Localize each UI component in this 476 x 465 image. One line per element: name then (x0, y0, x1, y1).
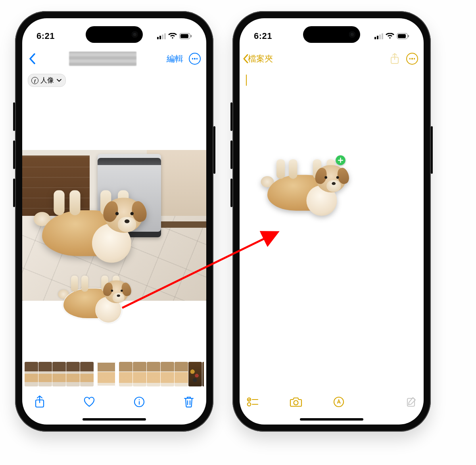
back-button[interactable]: 檔案夾 (243, 53, 273, 64)
wifi-icon (386, 33, 394, 39)
thumbnail[interactable] (52, 362, 66, 386)
thumbnail[interactable] (25, 362, 38, 386)
dynamic-island (86, 26, 143, 43)
iphone-frame-left: 6:21 編輯 f 人像 (15, 11, 213, 432)
note-editor[interactable] (240, 74, 424, 385)
aperture-icon: f (31, 77, 38, 84)
svg-point-12 (294, 401, 298, 405)
thumbnail[interactable] (80, 362, 94, 386)
status-time: 6:21 (36, 31, 55, 41)
status-indicators (374, 33, 409, 39)
portrait-filter-label: 人像 (40, 76, 54, 85)
thumbnail[interactable] (147, 362, 160, 386)
delete-button[interactable] (180, 393, 198, 411)
notes-nav-bar: 檔案夾 (240, 47, 424, 71)
thumbnail[interactable] (175, 362, 188, 386)
photos-toolbar (22, 388, 206, 416)
checklist-button[interactable] (247, 393, 259, 411)
add-badge-icon (336, 156, 345, 165)
iphone-frame-right: 6:21 檔案夾 (232, 11, 431, 432)
thumbnail[interactable] (38, 362, 52, 386)
home-indicator[interactable] (300, 418, 363, 421)
more-button[interactable] (189, 53, 201, 65)
photos-nav-bar: 編輯 (22, 47, 206, 71)
status-indicators (157, 33, 192, 39)
chevron-down-icon (57, 77, 61, 83)
screen-photos: 6:21 編輯 f 人像 (22, 18, 206, 425)
more-button[interactable] (406, 53, 418, 65)
thumbnail[interactable] (202, 362, 204, 386)
back-label: 檔案夾 (248, 53, 273, 64)
thumbnail[interactable] (133, 362, 146, 386)
svg-rect-1 (180, 34, 188, 38)
favorite-button[interactable] (81, 393, 98, 411)
battery-icon (397, 33, 409, 39)
compose-button[interactable] (406, 393, 417, 411)
photo-filmstrip[interactable] (25, 362, 204, 386)
notes-toolbar (240, 388, 424, 416)
home-indicator[interactable] (83, 418, 146, 421)
portrait-filter-chip[interactable]: f 人像 (28, 74, 66, 87)
screen-notes: 6:21 檔案夾 (240, 18, 424, 425)
back-button[interactable] (25, 50, 39, 67)
cellular-icon (157, 33, 166, 39)
info-button[interactable] (131, 393, 148, 411)
thumbnail[interactable] (161, 362, 174, 386)
camera-button[interactable] (290, 393, 302, 411)
text-cursor (246, 75, 247, 86)
svg-rect-7 (398, 34, 406, 38)
dynamic-island (303, 26, 360, 43)
svg-point-5 (138, 399, 139, 400)
photo-title-redacted (69, 52, 136, 66)
wifi-icon (168, 33, 177, 39)
svg-rect-2 (191, 35, 192, 37)
markup-button[interactable] (333, 393, 344, 411)
edit-button[interactable]: 編輯 (167, 53, 183, 64)
thumbnail[interactable] (119, 362, 132, 386)
svg-point-11 (248, 403, 251, 406)
thumbnail-current[interactable] (97, 362, 116, 386)
share-button[interactable] (31, 393, 48, 411)
status-time: 6:21 (254, 31, 272, 41)
share-button[interactable] (389, 53, 401, 65)
svg-rect-8 (408, 35, 409, 37)
thumbnail[interactable] (188, 362, 202, 386)
battery-icon (179, 33, 192, 39)
thumbnail[interactable] (66, 362, 80, 386)
cellular-icon (374, 33, 383, 39)
